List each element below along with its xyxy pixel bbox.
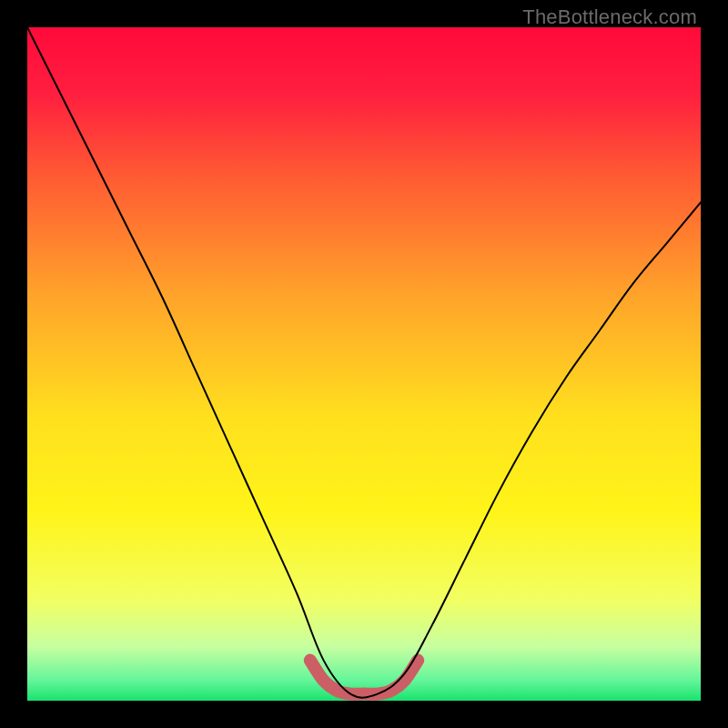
- curve-layer: [27, 27, 701, 701]
- plot-area: [27, 27, 701, 701]
- chart-frame: TheBottleneck.com: [0, 0, 728, 728]
- watermark-text: TheBottleneck.com: [522, 5, 697, 29]
- bottleneck-curve: [27, 27, 701, 698]
